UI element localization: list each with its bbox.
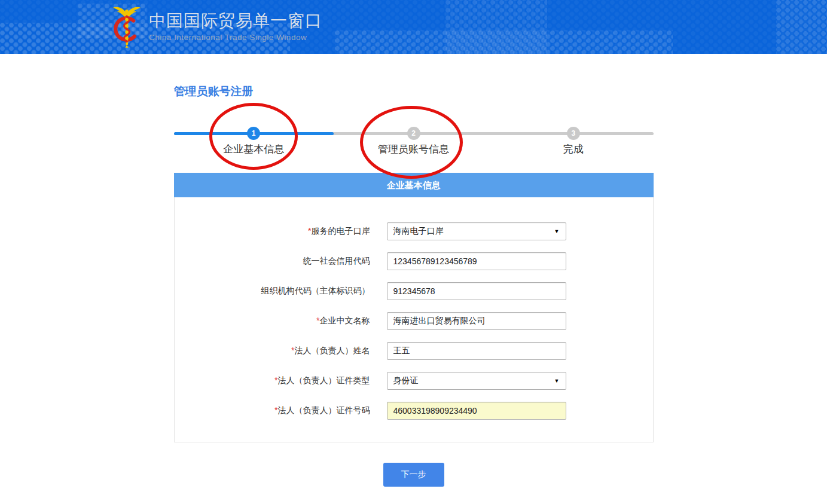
id-number-label: *法人（负责人）证件号码: [175, 405, 370, 416]
main-content: 管理员账号注册 1 2 3 企业基本信息 管理员账号信息 完成 企业基本信息 *…: [174, 84, 654, 487]
form-panel: 企业基本信息 *服务的电子口岸 海南电子口岸 ▼ 统一社会信用代码 组织机构代码…: [174, 173, 654, 442]
form-row-uscc: 统一社会信用代码: [175, 246, 653, 276]
annotation-circle-step1: [209, 103, 298, 170]
page-title: 管理员账号注册: [174, 84, 654, 96]
id-type-label: *法人（负责人）证件类型: [175, 375, 370, 386]
next-step-button[interactable]: 下一步: [383, 463, 444, 487]
brand-text: 中国国际贸易单一窗口 China International Trade Sin…: [149, 12, 322, 42]
eport-select[interactable]: 海南电子口岸 ▼: [387, 222, 566, 240]
id-type-select-value: 身份证: [393, 375, 419, 386]
id-number-input[interactable]: [387, 402, 566, 420]
step-3-circle: 3: [567, 127, 580, 140]
dropdown-arrow-icon: ▼: [554, 228, 560, 234]
step-3-number: 3: [571, 129, 575, 138]
org-code-label: 组织机构代码（主体标识码）: [175, 286, 370, 297]
dropdown-arrow-icon: ▼: [554, 378, 560, 384]
legal-person-name-input[interactable]: [387, 342, 566, 360]
form-row-legal-name: *法人（负责人）姓名: [175, 336, 653, 366]
company-name-label: *企业中文名称: [175, 316, 370, 326]
brand-subtitle: China International Trade Single Window: [149, 33, 322, 42]
brand-title: 中国国际贸易单一窗口: [149, 12, 322, 30]
header-dot-pattern: [445, 0, 547, 54]
form-row-company-name: *企业中文名称: [175, 306, 653, 336]
app-header: 中国国际贸易单一窗口 China International Trade Sin…: [0, 0, 827, 54]
step-3-label: 完成: [493, 142, 653, 156]
header-dot-pattern: [776, 0, 827, 54]
panel-body: *服务的电子口岸 海南电子口岸 ▼ 统一社会信用代码 组织机构代码（主体标识码）…: [174, 197, 654, 442]
step-indicator: 1 2 3 企业基本信息 管理员账号信息 完成: [174, 96, 654, 173]
header-dot-pattern: [335, 30, 673, 54]
eport-select-value: 海南电子口岸: [393, 226, 444, 237]
uscc-input[interactable]: [387, 252, 566, 270]
id-type-select[interactable]: 身份证 ▼: [387, 372, 566, 390]
form-row-id-number: *法人（负责人）证件号码: [175, 396, 653, 426]
eport-label: *服务的电子口岸: [175, 226, 370, 237]
brand: 中国国际贸易单一窗口 China International Trade Sin…: [111, 5, 322, 49]
form-row-org-code: 组织机构代码（主体标识码）: [175, 276, 653, 306]
company-name-input[interactable]: [387, 312, 566, 330]
annotation-circle-step2: [360, 106, 463, 179]
caduceus-logo-icon: [111, 5, 142, 49]
uscc-label: 统一社会信用代码: [175, 256, 370, 267]
legal-name-label: *法人（负责人）姓名: [175, 346, 370, 356]
form-row-id-type: *法人（负责人）证件类型 身份证 ▼: [175, 366, 653, 396]
form-row-eport: *服务的电子口岸 海南电子口岸 ▼: [175, 216, 653, 246]
org-code-input[interactable]: [387, 282, 566, 300]
